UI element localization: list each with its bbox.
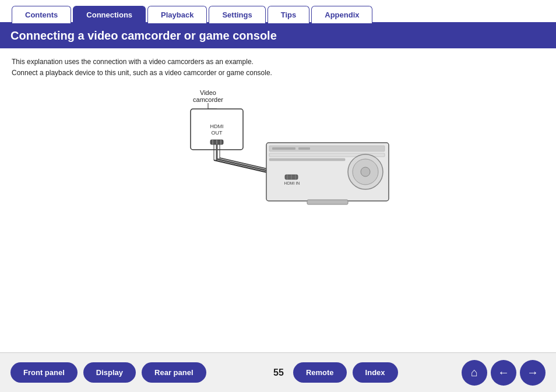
- tab-playback[interactable]: Playback: [147, 6, 207, 23]
- svg-text:HDMI: HDMI: [210, 123, 224, 129]
- svg-rect-19: [269, 158, 345, 161]
- svg-rect-28: [307, 200, 348, 204]
- diagram-label-video: Video: [200, 89, 216, 96]
- index-button[interactable]: Index: [353, 362, 398, 383]
- svg-text:HDMI IN: HDMI IN: [284, 181, 300, 185]
- svg-text:OUT: OUT: [212, 130, 223, 136]
- nav-tabs: Contents Connections Playback Settings T…: [0, 0, 556, 23]
- rear-panel-button[interactable]: Rear panel: [142, 362, 206, 383]
- tab-contents[interactable]: Contents: [12, 6, 71, 23]
- diagram-wrapper: Video camcorder HDMI OUT: [12, 84, 544, 213]
- display-button[interactable]: Display: [83, 362, 136, 383]
- home-button[interactable]: ⌂: [462, 360, 487, 386]
- back-button[interactable]: ←: [491, 360, 516, 386]
- description: This explanation uses the connection wit…: [12, 56, 544, 79]
- page-number: 55: [270, 368, 287, 378]
- footer-left-buttons: Front panel Display Rear panel: [10, 362, 206, 383]
- tab-tips[interactable]: Tips: [268, 6, 310, 23]
- connection-diagram: Video camcorder HDMI OUT: [156, 84, 400, 213]
- footer: Front panel Display Rear panel 55 Remote…: [0, 352, 556, 392]
- footer-right-icons: ⌂ ← →: [462, 360, 546, 386]
- page-title: Connecting a video camcorder or game con…: [0, 23, 556, 48]
- tab-settings[interactable]: Settings: [209, 6, 265, 23]
- svg-point-22: [361, 167, 370, 176]
- svg-rect-30: [298, 147, 310, 150]
- desc-line1: This explanation uses the connection wit…: [12, 56, 544, 68]
- forward-button[interactable]: →: [520, 360, 546, 386]
- diagram-label-camcorder: camcorder: [193, 96, 223, 103]
- remote-button[interactable]: Remote: [293, 362, 347, 383]
- svg-rect-29: [272, 147, 295, 150]
- footer-center: 55 Remote Index: [270, 362, 398, 383]
- front-panel-button[interactable]: Front panel: [10, 362, 78, 383]
- desc-line2: Connect a playback device to this unit, …: [12, 68, 544, 79]
- tab-appendix[interactable]: Appendix: [311, 6, 372, 23]
- tab-connections[interactable]: Connections: [73, 6, 146, 23]
- content-area: This explanation uses the connection wit…: [0, 48, 556, 218]
